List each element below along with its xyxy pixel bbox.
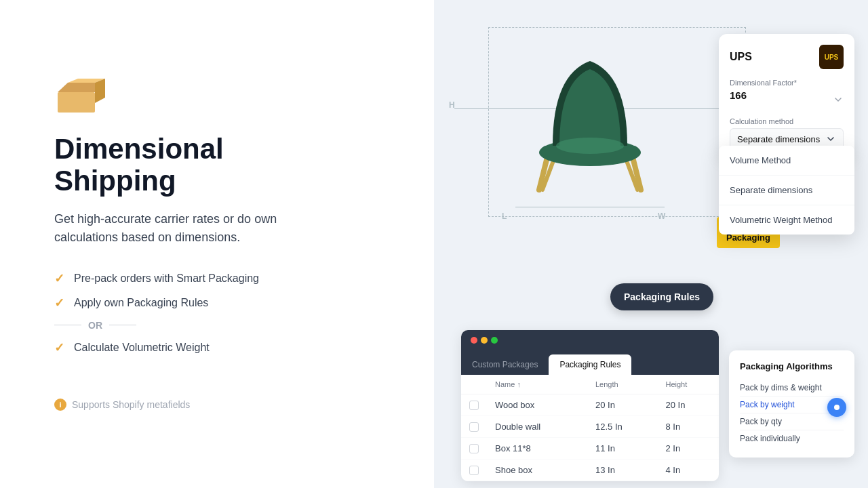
row-length-4: 13 In	[587, 460, 657, 481]
expand-dot	[491, 337, 498, 344]
row-length-3: 11 In	[587, 438, 657, 460]
cursor	[827, 398, 846, 417]
packages-card-header	[461, 330, 719, 350]
svg-rect-0	[58, 92, 95, 113]
col-name[interactable]: Name ↑	[487, 375, 587, 394]
select-arrow-icon	[825, 134, 836, 144]
product-icon	[54, 77, 380, 134]
algorithms-title: Packaging Algorithms	[740, 361, 844, 371]
ups-card: UPS UPS Dimensional Factor* 166 Calculat…	[719, 34, 854, 161]
packaging-rules-bubble[interactable]: Packaging Rules	[610, 283, 713, 310]
col-checkbox	[461, 375, 487, 394]
left-panel: Dimensional Shipping Get high-accurate c…	[0, 0, 434, 488]
tab-packaging-rules[interactable]: Packaging Rules	[549, 354, 631, 375]
info-icon: i	[54, 399, 66, 411]
calc-method-label: Calculation method	[730, 117, 844, 125]
row-checkbox-4[interactable]	[469, 466, 479, 475]
row-height-2: 8 In	[657, 416, 719, 438]
row-height-1: 20 In	[657, 394, 719, 416]
col-height: Height	[657, 375, 719, 394]
check-icon-1: ✓	[54, 271, 64, 286]
ups-title: UPS	[730, 51, 752, 63]
feature-item-2: ✓ Apply own Packaging Rules	[54, 296, 380, 310]
chair-illustration	[495, 20, 685, 197]
ups-logo: UPS	[819, 45, 844, 69]
row-length-2: 12.5 In	[587, 416, 657, 438]
table-row: Wood box 20 In 20 In	[461, 394, 719, 416]
dim-factor-value: 166	[730, 89, 747, 101]
row-length-1: 20 In	[587, 394, 657, 416]
row-height-4: 4 In	[657, 460, 719, 481]
minimize-dot	[481, 337, 488, 344]
table-row: Double wall 12.5 In 8 In	[461, 416, 719, 438]
feature-item-3: ✓ Calculate Volumetric Weight	[54, 340, 380, 355]
dim-factor-label: Dimensional Factor*	[730, 79, 844, 87]
dropdown-item-volumetric[interactable]: Volumetric Weight Method	[719, 205, 854, 235]
row-name-3: Box 11*8	[487, 438, 587, 460]
dim-label-w: W	[658, 211, 665, 221]
packages-card: Custom Packages Packaging Rules Name ↑ L…	[461, 330, 719, 481]
col-length: Length	[587, 375, 657, 394]
or-divider: OR	[54, 320, 380, 331]
cursor-dot	[834, 405, 840, 410]
algorithm-item-3[interactable]: Pack by qty	[740, 413, 844, 430]
page-title: Dimensional Shipping	[54, 134, 380, 196]
algorithm-item-1[interactable]: Pack by dims & weight	[740, 380, 844, 396]
feature-list: ✓ Pre-pack orders with Smart Packaging ✓…	[54, 271, 380, 365]
row-name-4: Shoe box	[487, 460, 587, 481]
dropdown-arrow-icon	[833, 94, 844, 105]
row-checkbox-1[interactable]	[469, 401, 479, 410]
packages-table: Name ↑ Length Height Wood box 20 In 20 I…	[461, 375, 719, 481]
close-dot	[471, 337, 477, 344]
row-name-1: Wood box	[487, 394, 587, 416]
check-icon-2: ✓	[54, 296, 64, 310]
table-row: Shoe box 13 In 4 In	[461, 460, 719, 481]
dimension-line-w	[515, 207, 665, 207]
table-header-row: Name ↑ Length Height	[461, 375, 719, 394]
row-checkbox-2[interactable]	[469, 422, 479, 432]
dim-label-l: L	[502, 211, 507, 221]
page-subtitle: Get high-accurate carrier rates or do ow…	[54, 210, 339, 247]
dim-label-h: H	[449, 100, 455, 110]
row-name-2: Double wall	[487, 416, 587, 438]
window-controls	[461, 330, 507, 350]
ups-card-header: UPS UPS	[730, 45, 844, 69]
tab-custom-packages[interactable]: Custom Packages	[461, 354, 549, 375]
table-row: Box 11*8 11 In 2 In	[461, 438, 719, 460]
row-checkbox-3[interactable]	[469, 444, 479, 453]
metafields-note: i Supports Shopify metafields	[54, 399, 380, 411]
check-icon-3: ✓	[54, 340, 64, 355]
row-height-3: 2 In	[657, 438, 719, 460]
right-panel: H W L Volumetric Weight Smart Packaging …	[434, 0, 868, 488]
calculation-dropdown: Volume Method Separate dimensions Volume…	[719, 146, 854, 235]
packages-tabs: Custom Packages Packaging Rules	[461, 350, 719, 375]
dropdown-item-volume[interactable]: Volume Method	[719, 146, 854, 176]
algorithm-item-4[interactable]: Pack individually	[740, 430, 844, 447]
feature-item-1: ✓ Pre-pack orders with Smart Packaging	[54, 271, 380, 286]
svg-point-9	[556, 138, 624, 154]
dropdown-item-separate[interactable]: Separate dimensions	[719, 176, 854, 205]
